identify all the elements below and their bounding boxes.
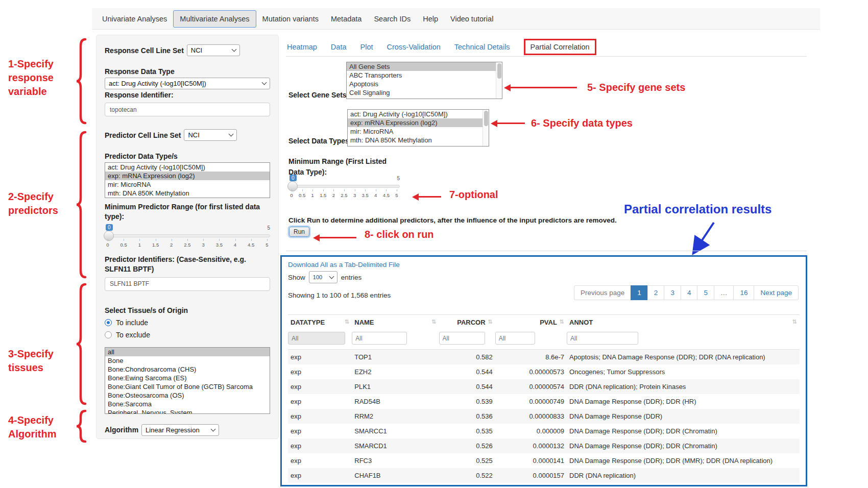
option-bone[interactable]: Bone (105, 356, 270, 365)
scrollbar[interactable] (496, 62, 502, 99)
sort-icon[interactable]: ⇅ (792, 319, 797, 325)
slider-track[interactable] (288, 185, 400, 188)
option-act-drug-activity-log10-ic50m[interactable]: act: Drug Activity (-log10[IC50M]) (348, 110, 483, 118)
tab-multivariate-analyses[interactable]: Multivariate Analyses (173, 10, 256, 28)
tab-univariate-analyses[interactable]: Univariate Analyses (96, 11, 173, 27)
next-page-button[interactable]: Next page (754, 285, 799, 300)
min-predictor-range-slider[interactable]: 0 5 00.511.522.533.544.55 (105, 224, 270, 249)
response-data-type-select[interactable]: act: Drug Activity (-log10[IC50M]) (105, 78, 270, 89)
annotation-arrow-7 (418, 196, 441, 198)
annotation-step8: 8- click on run (365, 228, 434, 241)
page-button-1[interactable]: 1 (631, 285, 648, 300)
annotation-step2: 2-Specify predictors (8, 190, 69, 217)
filter-input-name[interactable] (352, 332, 407, 345)
tab-help[interactable]: Help (417, 11, 444, 27)
slider-tick: 2 (170, 239, 174, 248)
table-row: expTOP10.5828.6e-7Apoptosis; DNA Damage … (288, 350, 800, 365)
tab-technical-details[interactable]: Technical Details (454, 39, 510, 55)
filter-input-annot[interactable] (567, 332, 638, 345)
slider-tick: 5 (395, 189, 399, 198)
response-identifier-input[interactable] (105, 103, 270, 116)
option-all[interactable]: all (105, 348, 270, 356)
page-button-16[interactable]: 16 (733, 285, 754, 300)
option-bone-giant-cell-tumor-of-bone-gctb-sarcoma[interactable]: Bone:Giant Cell Tumor of Bone (GCTB) Sar… (105, 382, 270, 391)
col-header-datatype[interactable]: ⇅DATATYPE (288, 315, 352, 330)
option-exp-mrna-expression-log2[interactable]: exp: mRNA Expression (log2) (348, 118, 483, 127)
filter-input-datatype[interactable] (288, 332, 345, 345)
scrollbar-thumb[interactable] (484, 111, 488, 126)
pagination-ellipsis[interactable]: … (714, 285, 734, 300)
slider-tick: 2.5 (184, 239, 190, 248)
scrollbar[interactable] (483, 110, 489, 146)
cell-name: RRM2 (352, 409, 439, 424)
col-header-annot[interactable]: ⇅ANNOT (567, 315, 800, 330)
col-header-name[interactable]: ⇅NAME (352, 315, 439, 330)
entries-label: entries (341, 274, 362, 281)
min-range-slider[interactable]: 0 5 00.511.522.533.544.55 (288, 175, 400, 199)
sort-icon[interactable]: ⇅ (488, 319, 493, 325)
run-button[interactable]: Run (289, 227, 309, 237)
cell-parcor: 0.539 (439, 394, 495, 409)
page-button-5[interactable]: 5 (697, 285, 714, 300)
cell-datatype: exp (288, 438, 352, 453)
option-act-drug-activity-log10-ic50m[interactable]: act: Drug Activity (-log10[IC50M]) (105, 163, 270, 172)
tab-partial-correlation[interactable]: Partial Correlation (524, 39, 596, 55)
tissue-include-radio[interactable] (105, 319, 112, 326)
scrollbar-thumb[interactable] (497, 63, 501, 79)
tab-video-tutorial[interactable]: Video tutorial (444, 11, 499, 27)
cell-datatype: exp (288, 453, 352, 468)
slider-tick: 4 (374, 189, 378, 198)
predictor-cell-line-set-select[interactable]: NCI (184, 129, 237, 141)
sort-icon[interactable]: ⇅ (560, 319, 564, 325)
option-peripheral-nervous-system[interactable]: Peripheral_Nervous_System (105, 408, 270, 414)
option-abc-transporters[interactable]: ABC Transporters (347, 71, 496, 80)
data-types-listbox[interactable]: act: Drug Activity (-log10[IC50M])exp: m… (347, 109, 489, 147)
predictor-identifiers-input[interactable] (105, 277, 270, 291)
algorithm-select[interactable]: Linear Regression (141, 424, 219, 436)
option-exp-mrna-expression-log2[interactable]: exp: mRNA Expression (log2) (105, 172, 270, 180)
page-button-4[interactable]: 4 (681, 285, 698, 300)
option-all-gene-sets[interactable]: All Gene Sets (347, 62, 496, 71)
page-button-2[interactable]: 2 (647, 285, 665, 300)
sort-icon[interactable]: ⇅ (345, 319, 349, 325)
tissue-exclude-radio[interactable] (105, 331, 112, 338)
option-bone-osteosarcoma-os[interactable]: Bone:Osteosarcoma (OS) (105, 391, 270, 400)
tab-mutation-variants[interactable]: Mutation variants (256, 11, 325, 27)
page-size-select[interactable]: 100 (309, 271, 337, 283)
page-button-3[interactable]: 3 (664, 285, 681, 300)
col-header-parcor[interactable]: ⇅PARCOR (439, 315, 495, 330)
cell-pval: 0.00000573 (495, 364, 567, 379)
tab-metadata[interactable]: Metadata (325, 11, 368, 27)
chevron-down-icon (229, 132, 234, 137)
option-bone-chondrosarcoma-chs[interactable]: Bone:Chondrosarcoma (CHS) (105, 365, 270, 374)
download-link[interactable]: Download All as a Tab-Delimited File (288, 261, 800, 269)
col-header-pval[interactable]: ⇅PVAL (495, 315, 567, 330)
table-row: expRFC30.5250.0000141DNA Damage Response… (288, 453, 800, 468)
option-mir-microrna[interactable]: mir: MicroRNA (105, 180, 270, 189)
cell-annot: DNA Damage Response (DDR); DDR (MMR); DD… (567, 453, 800, 468)
option-apoptosis[interactable]: Apoptosis (347, 80, 496, 88)
cell-parcor: 0.544 (439, 364, 495, 379)
gene-sets-listbox[interactable]: All Gene SetsABC TransportersApoptosisCe… (346, 62, 502, 99)
tab-cross-validation[interactable]: Cross-Validation (387, 39, 440, 55)
predictor-identifiers-label: Predictor Identifiers: (Case-Sensitive, … (105, 255, 246, 273)
option-cell-signaling[interactable]: Cell Signaling (347, 88, 496, 97)
tab-plot[interactable]: Plot (360, 39, 373, 55)
option-bone-sarcoma[interactable]: Bone:Sarcoma (105, 400, 270, 408)
tab-data[interactable]: Data (331, 39, 347, 55)
tab-heatmap[interactable]: Heatmap (287, 39, 317, 55)
cell-annot: DDR (DNA replication) (567, 468, 800, 483)
option-bone-ewing-sarcoma-es[interactable]: Bone:Ewing Sarcoma (ES) (105, 374, 270, 382)
previous-page-button[interactable]: Previous page (574, 285, 631, 300)
option-mir-microrna[interactable]: mir: MicroRNA (348, 127, 483, 136)
tissues-listbox[interactable]: allBoneBone:Chondrosarcoma (CHS)Bone:Ewi… (105, 347, 270, 414)
sort-icon[interactable]: ⇅ (431, 319, 436, 325)
response-cell-line-set-select[interactable]: NCI (187, 44, 240, 56)
tab-search-ids[interactable]: Search IDs (368, 11, 417, 27)
option-mth-dna-850k-methylation[interactable]: mth: DNA 850K Methylation (105, 189, 270, 198)
filter-input-pval[interactable] (495, 332, 535, 345)
option-mth-dna-850k-methylation[interactable]: mth: DNA 850K Methylation (348, 136, 483, 144)
predictor-data-types-listbox[interactable]: act: Drug Activity (-log10[IC50M])exp: m… (105, 162, 270, 198)
slider-track[interactable] (105, 234, 270, 237)
filter-input-parcor[interactable] (439, 332, 485, 345)
